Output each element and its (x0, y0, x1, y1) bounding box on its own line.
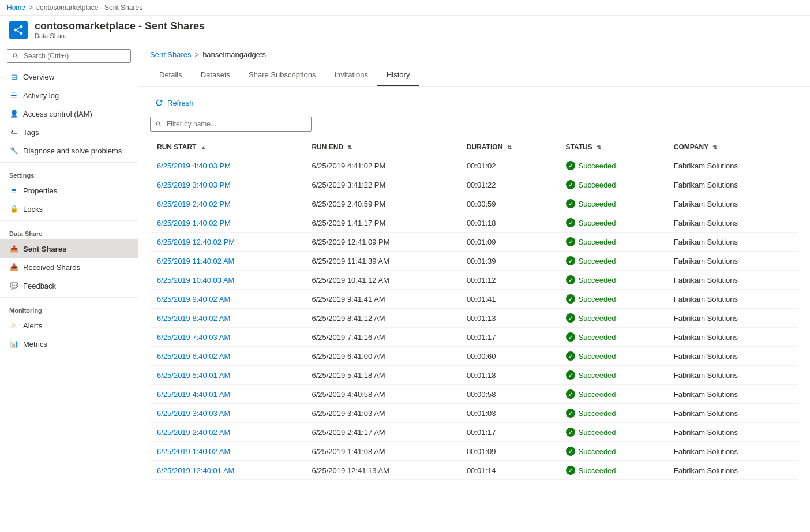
table-row: 6/25/2019 11:40:02 AM 6/25/2019 11:41:39… (150, 252, 798, 271)
tab-history[interactable]: History (377, 65, 419, 86)
cell-duration: 00:01:22 (460, 175, 559, 194)
sidebar-item-activity[interactable]: Activity log (0, 86, 138, 104)
success-icon (566, 313, 575, 323)
cell-run-start[interactable]: 6/25/2019 12:40:01 AM (150, 461, 305, 480)
cell-duration: 00:01:12 (460, 271, 559, 290)
sidebar-item-feedback[interactable]: Feedback (0, 276, 138, 295)
cell-run-start[interactable]: 6/25/2019 1:40:02 PM (150, 213, 305, 233)
datashare-section-label: Data Share (0, 223, 138, 239)
cell-status: Succeeded (559, 252, 667, 271)
sidebar-item-tags[interactable]: Tags (0, 123, 138, 141)
cell-company: Fabrikam Solutions (667, 156, 798, 175)
cell-duration: 00:00:58 (460, 385, 559, 404)
sidebar-item-alerts[interactable]: Alerts (0, 316, 138, 335)
cell-run-start[interactable]: 6/25/2019 12:40:02 PM (150, 233, 305, 252)
cell-run-end: 6/25/2019 10:41:12 AM (305, 271, 459, 290)
cell-company: Fabrikam Solutions (667, 252, 798, 271)
sidebar-label-locks: Locks (23, 205, 43, 213)
tab-invitations[interactable]: Invitations (325, 65, 377, 86)
sidebar-item-sent[interactable]: Sent Shares (0, 239, 138, 258)
cell-run-end: 6/25/2019 5:41:18 AM (305, 366, 459, 385)
cell-run-start[interactable]: 6/25/2019 6:40:02 AM (150, 347, 305, 366)
cell-run-start[interactable]: 6/25/2019 1:40:02 AM (150, 442, 305, 461)
top-breadcrumb: Home > contosomarketplace - Sent Shares (0, 0, 810, 16)
refresh-button[interactable]: Refresh (150, 96, 198, 110)
success-icon (566, 428, 575, 437)
sidebar-label-received: Received Shares (23, 263, 80, 272)
status-text: Succeeded (579, 390, 616, 399)
search-input[interactable] (7, 49, 131, 63)
cell-run-end: 6/25/2019 6:41:00 AM (305, 347, 459, 366)
cell-run-start[interactable]: 6/25/2019 4:40:03 PM (150, 156, 305, 175)
tab-datasets[interactable]: Datasets (192, 65, 239, 86)
status-text: Succeeded (579, 447, 616, 456)
home-link[interactable]: Home (7, 3, 25, 12)
cell-status: Succeeded (559, 194, 667, 213)
cell-status: Succeeded (559, 156, 667, 175)
cell-company: Fabrikam Solutions (667, 347, 798, 366)
status-text: Succeeded (579, 314, 616, 323)
cell-run-start[interactable]: 6/25/2019 4:40:01 AM (150, 385, 305, 404)
cell-run-start[interactable]: 6/25/2019 9:40:02 AM (150, 290, 305, 309)
cell-run-start[interactable]: 6/25/2019 2:40:02 PM (150, 194, 305, 213)
cell-run-start[interactable]: 6/25/2019 11:40:02 AM (150, 252, 305, 271)
cell-run-start[interactable]: 6/25/2019 3:40:03 AM (150, 404, 305, 423)
sidebar-item-diagnose[interactable]: Diagnose and solve problems (0, 141, 138, 160)
success-icon (566, 351, 575, 361)
col-run-start[interactable]: RUN START ▲ (150, 138, 305, 156)
sidebar-item-metrics[interactable]: Metrics (0, 335, 138, 353)
top-sep1: > (29, 3, 33, 12)
cell-run-start[interactable]: 6/25/2019 7:40:03 AM (150, 328, 305, 347)
cell-run-end: 6/25/2019 2:41:17 AM (305, 423, 459, 442)
sidebar-item-properties[interactable]: Properties (0, 181, 138, 200)
app-header: contosomarketplace - Sent Shares Data Sh… (0, 16, 810, 44)
cell-duration: 00:01:39 (460, 252, 559, 271)
sidebar-item-locks[interactable]: Locks (0, 200, 138, 218)
cell-company: Fabrikam Solutions (667, 271, 798, 290)
col-status[interactable]: STATUS ⇅ (559, 138, 667, 156)
col-company[interactable]: COMPANY ⇅ (667, 138, 798, 156)
cell-duration: 00:01:17 (460, 328, 559, 347)
cell-status: Succeeded (559, 309, 667, 328)
feedback-icon (9, 281, 18, 290)
search-container (0, 44, 138, 68)
cell-run-start[interactable]: 6/25/2019 8:40:02 AM (150, 309, 305, 328)
table-row: 6/25/2019 12:40:02 PM 6/25/2019 12:41:09… (150, 233, 798, 252)
status-text: Succeeded (579, 428, 616, 437)
tab-details[interactable]: Details (150, 65, 192, 86)
cell-run-start[interactable]: 6/25/2019 3:40:03 PM (150, 175, 305, 194)
cell-company: Fabrikam Solutions (667, 385, 798, 404)
filter-input[interactable] (150, 117, 312, 132)
cell-company: Fabrikam Solutions (667, 233, 798, 252)
success-icon (566, 161, 575, 170)
success-icon (566, 332, 575, 342)
refresh-label: Refresh (167, 99, 194, 107)
cell-company: Fabrikam Solutions (667, 366, 798, 385)
tab-bar: Details Datasets Share Subscriptions Inv… (138, 65, 810, 87)
sidebar-item-iam[interactable]: Access control (IAM) (0, 104, 138, 123)
status-text: Succeeded (579, 276, 616, 284)
table-row: 6/25/2019 1:40:02 PM 6/25/2019 1:41:17 P… (150, 213, 798, 233)
cell-run-start[interactable]: 6/25/2019 5:40:01 AM (150, 366, 305, 385)
breadcrumb-parent-link[interactable]: Sent Shares (150, 50, 192, 59)
table-row: 6/25/2019 10:40:03 AM 6/25/2019 10:41:12… (150, 271, 798, 290)
diagnose-icon (9, 146, 18, 155)
table-row: 6/25/2019 4:40:03 PM 6/25/2019 4:41:02 P… (150, 156, 798, 175)
sidebar-label-metrics: Metrics (23, 340, 47, 349)
main-content: Sent Shares > hanselmangadgets Details D… (138, 44, 810, 532)
cell-run-start[interactable]: 6/25/2019 2:40:02 AM (150, 423, 305, 442)
sidebar-item-overview[interactable]: Overview (0, 68, 138, 86)
cell-run-start[interactable]: 6/25/2019 10:40:03 AM (150, 271, 305, 290)
cell-status: Succeeded (559, 213, 667, 233)
tab-subscriptions[interactable]: Share Subscriptions (239, 65, 325, 86)
col-duration[interactable]: DURATION ⇅ (460, 138, 559, 156)
status-text: Succeeded (579, 238, 616, 246)
sidebar-item-received[interactable]: Received Shares (0, 258, 138, 276)
cell-run-end: 6/25/2019 7:41:16 AM (305, 328, 459, 347)
cell-company: Fabrikam Solutions (667, 194, 798, 213)
success-icon (566, 389, 575, 399)
cell-company: Fabrikam Solutions (667, 328, 798, 347)
col-run-end[interactable]: RUN END ⇅ (305, 138, 459, 156)
app-title-block: contosomarketplace - Sent Shares Data Sh… (35, 20, 205, 39)
cell-run-end: 6/25/2019 11:41:39 AM (305, 252, 459, 271)
